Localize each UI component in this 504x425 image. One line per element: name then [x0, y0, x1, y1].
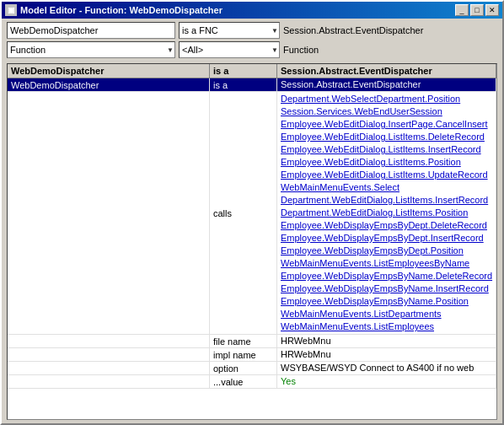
filter-select-wrapper: <All> ▼: [179, 41, 280, 58]
title-bar-buttons: _ □ ✕: [455, 4, 499, 16]
cell-name: [8, 348, 210, 361]
session-label: Session.Abstract.EventDispatcher: [283, 25, 423, 35]
window-title: Model Editor - Function: WebDemoDispatch…: [20, 5, 223, 15]
cell-value: HRWebMnu: [277, 335, 496, 347]
cell-name: [8, 362, 210, 374]
table-row[interactable]: ...valueYes: [8, 375, 496, 389]
cell-relation: calls: [210, 92, 277, 334]
cell-value-item: WSYBASE/WSYD Connect to AS400 if no web: [281, 363, 474, 373]
cell-value-item[interactable]: Employee.WebEditDialog.InsertPage.Cancel…: [281, 118, 488, 131]
cell-value-item[interactable]: Employee.WebDisplayEmpsByDept.InsertReco…: [281, 232, 484, 245]
type-select[interactable]: Function: [7, 41, 175, 58]
cell-relation: file name: [210, 335, 277, 347]
cell-value-item: Session.Abstract.EventDispatcher: [281, 79, 421, 89]
cell-value-item[interactable]: Employee.WebDisplayEmpsByDept.DeleteReco…: [281, 219, 487, 232]
header-value: Session.Abstract.EventDispatcher: [277, 64, 496, 78]
toolbar-row-2: Function ▼ <All> ▼ Function: [7, 41, 497, 58]
table-row[interactable]: file nameHRWebMnu: [8, 335, 496, 348]
cell-name: [8, 335, 210, 347]
table-row[interactable]: impl nameHRWebMnu: [8, 348, 496, 362]
cell-name: WebDemoDispatcher: [8, 78, 210, 91]
cell-value-item[interactable]: Department.WebEditDialog.ListItems.Posit…: [281, 207, 468, 219]
title-bar-left: ▣ Model Editor - Function: WebDemoDispat…: [5, 4, 223, 16]
cell-value: Department.WebSelectDepartment.PositionS…: [277, 92, 496, 334]
grid-body[interactable]: WebDemoDispatcheris aSession.Abstract.Ev…: [8, 78, 496, 419]
title-bar: ▣ Model Editor - Function: WebDemoDispat…: [2, 2, 502, 19]
cell-value-item: HRWebMnu: [281, 336, 331, 346]
cell-value: HRWebMnu: [277, 348, 496, 361]
is-a-select[interactable]: is a FNC: [179, 22, 280, 39]
cell-value-item[interactable]: Employee.WebDisplayEmpsByDept.Position: [281, 245, 464, 257]
table-row[interactable]: WebDemoDispatcheris aSession.Abstract.Ev…: [8, 78, 496, 92]
cell-name: [8, 92, 210, 334]
cell-value-item: HRWebMnu: [281, 349, 331, 359]
header-name: WebDemoDispatcher: [8, 64, 210, 78]
function-label: Function: [283, 45, 319, 55]
window-icon: ▣: [5, 4, 17, 16]
cell-value-item[interactable]: Department.WebEditDialog.ListItems.Inser…: [281, 194, 488, 207]
cell-value: Session.Abstract.EventDispatcher: [277, 78, 496, 91]
grid-header: WebDemoDispatcher is a Session.Abstract.…: [8, 64, 496, 78]
cell-relation: ...value: [210, 375, 277, 388]
cell-value-item[interactable]: Department.WebSelectDepartment.Position: [281, 93, 460, 105]
cell-value: Yes: [277, 375, 496, 388]
cell-value-item[interactable]: Employee.WebDisplayEmpsByName.Position: [281, 295, 469, 308]
cell-value-item[interactable]: Employee.WebEditDialog.ListItems.UpdateR…: [281, 169, 488, 181]
cell-value-item[interactable]: Employee.WebDisplayEmpsByName.DeleteReco…: [281, 270, 492, 282]
name-input[interactable]: [7, 22, 175, 39]
cell-value-item[interactable]: WebMainMenuEvents.ListEmployees: [281, 320, 434, 333]
filter-select[interactable]: <All>: [179, 41, 280, 58]
cell-value-item[interactable]: WebMainMenuEvents.ListEmployeesByName: [281, 257, 469, 270]
grid-container: WebDemoDispatcher is a Session.Abstract.…: [7, 63, 497, 420]
cell-value-item: Yes: [281, 376, 296, 386]
is-a-select-wrapper: is a FNC ▼: [179, 22, 280, 39]
cell-relation: option: [210, 362, 277, 374]
cell-name: [8, 375, 210, 388]
cell-value: WSYBASE/WSYD Connect to AS400 if no web: [277, 362, 496, 374]
cell-value-item[interactable]: Session.Services.WebEndUserSession: [281, 105, 442, 118]
grid-body-wrapper: WebDemoDispatcheris aSession.Abstract.Ev…: [8, 78, 496, 419]
cell-value-item[interactable]: Employee.WebEditDialog.ListItems.DeleteR…: [281, 131, 485, 143]
table-row[interactable]: optionWSYBASE/WSYD Connect to AS400 if n…: [8, 362, 496, 375]
maximize-button[interactable]: □: [470, 4, 484, 16]
cell-value-item[interactable]: Employee.WebEditDialog.ListItems.Positio…: [281, 156, 461, 169]
model-editor-window: ▣ Model Editor - Function: WebDemoDispat…: [0, 0, 504, 425]
close-button[interactable]: ✕: [485, 4, 499, 16]
cell-value-item[interactable]: WebMainMenuEvents.ListDepartments: [281, 308, 442, 320]
minimize-button[interactable]: _: [455, 4, 469, 16]
cell-relation: impl name: [210, 348, 277, 361]
table-row[interactable]: callsDepartment.WebSelectDepartment.Posi…: [8, 92, 496, 335]
cell-value-item[interactable]: Employee.WebEditDialog.ListItems.InsertR…: [281, 143, 481, 156]
cell-value-item[interactable]: WebMainMenuEvents.Select: [281, 181, 399, 194]
toolbar-row-1: is a FNC ▼ Session.Abstract.EventDispatc…: [7, 22, 497, 39]
cell-value-item[interactable]: Employee.WebDisplayEmpsByName.InsertReco…: [281, 282, 489, 295]
cell-relation: is a: [210, 78, 277, 91]
type-select-wrapper: Function ▼: [7, 41, 175, 58]
toolbar: is a FNC ▼ Session.Abstract.EventDispatc…: [2, 19, 502, 62]
header-relation: is a: [210, 64, 277, 78]
